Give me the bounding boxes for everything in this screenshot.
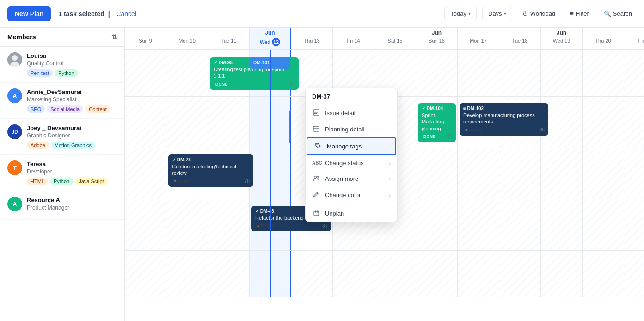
menu-item-change-color[interactable]: Change color › xyxy=(306,187,397,203)
avatar-teresa: T xyxy=(7,160,22,175)
member-name-resource-a: Resource A xyxy=(27,197,117,204)
cal-col-thu13: Thu 13 xyxy=(291,28,333,49)
tag-html[interactable]: HTML xyxy=(27,178,48,185)
main-layout: Members ⇅ Louisa Quality Control Pen tes… xyxy=(0,28,644,321)
cal-cell-louisa-12 xyxy=(624,50,644,96)
menu-item-change-status[interactable]: ABC Change status › xyxy=(306,155,397,171)
cal-cell-ra-11 xyxy=(583,251,624,297)
cal-cell-louisa-8 xyxy=(458,50,499,96)
svg-point-12 xyxy=(314,176,317,179)
cal-day-wed12: Wed 12 xyxy=(250,37,290,49)
member-info-joey: Joey _ Devsamurai Graphic Designer Adobe… xyxy=(27,124,117,149)
calendar[interactable]: Sun 9 Mon 10 Tue 11 Jun Wed 12 Thu 13 xyxy=(125,28,644,321)
tag-motion-graphics[interactable]: Motion Graphics xyxy=(51,142,95,149)
task-selected-info: 1 task selected | Cancel xyxy=(58,10,136,18)
filter-icon: ≡ xyxy=(570,10,574,17)
tag-javascript[interactable]: Java Script xyxy=(75,178,107,185)
tag-pen-test[interactable]: Pen test xyxy=(27,69,53,77)
tag-seo[interactable]: SEO xyxy=(27,105,45,113)
svg-point-1 xyxy=(12,55,18,61)
menu-item-assign-more[interactable]: Assign more › xyxy=(306,171,397,187)
cal-cell-joey-1: ✓ DM-73 Conduct marketing/technical revi… xyxy=(166,148,208,199)
days-button[interactable]: Days ▾ xyxy=(482,7,512,20)
task-count: 1 xyxy=(58,10,62,18)
cal-month-blank10 xyxy=(624,28,644,37)
cal-cell-teresa-7 xyxy=(416,199,458,250)
menu-item-issue-detail[interactable]: Issue detail xyxy=(306,105,397,121)
cal-month-blank4 xyxy=(291,28,332,37)
cal-cell-joey-today xyxy=(250,148,291,199)
cancel-button[interactable]: Cancel xyxy=(116,10,136,18)
cal-month-blank6 xyxy=(374,28,416,37)
tag-content[interactable]: Content xyxy=(85,105,110,113)
menu-item-planning-detail[interactable]: Planning detail xyxy=(306,121,397,137)
menu-label-assign-more: Assign more xyxy=(325,175,358,182)
workload-button[interactable]: ⏱ Workload xyxy=(518,7,560,20)
cal-col-sun16: Jun Sun 16 xyxy=(416,28,458,49)
tag-adobe[interactable]: Adobe xyxy=(27,142,49,149)
cal-cell-ra-10 xyxy=(541,251,583,297)
change-status-arrow: › xyxy=(389,160,391,166)
cal-cell-joey-10 xyxy=(541,148,583,199)
cal-col-thu20: Thu 20 xyxy=(583,28,624,49)
task-hours-dm104: 8h xyxy=(447,134,452,139)
cal-cell-joey-8 xyxy=(458,148,499,199)
task-title-dm73: Conduct marketing/technical review xyxy=(172,163,250,177)
menu-label-change-status: Change status xyxy=(325,160,364,167)
task-id-dm101: DM-101 xyxy=(253,60,287,65)
assign-more-arrow: › xyxy=(389,176,391,182)
change-color-icon xyxy=(312,191,320,199)
filter-members-icon[interactable]: ⇅ xyxy=(111,33,117,41)
cal-cell-ra-6 xyxy=(374,251,416,297)
task-card-dm102[interactable]: ≡ DM-102 Develop manufacturing process r… xyxy=(460,103,548,136)
tag-social-media[interactable]: Social Media xyxy=(47,105,83,113)
cal-cell-ra-today xyxy=(250,251,291,297)
task-footer-dm83: ≡ TO DO 8h xyxy=(255,223,327,228)
task-footer-dm95: DONE 8h xyxy=(214,81,295,87)
cal-cell-teresa-9 xyxy=(499,199,541,250)
svg-rect-14 xyxy=(314,211,319,216)
new-plan-button[interactable]: New Plan xyxy=(7,6,51,21)
menu-item-unplan[interactable]: Unplan xyxy=(306,205,397,222)
cal-day-sun16: Sun 16 xyxy=(416,37,457,46)
cal-col-fri21: Fri 21 xyxy=(624,28,644,49)
cal-day-fri14: Fri 14 xyxy=(333,37,374,46)
task-selected-label: task selected xyxy=(64,10,104,18)
task-card-dm104[interactable]: ✓ DM-104 Sprint Marketing planning DONE … xyxy=(418,103,456,142)
menu-label-manage-tags: Manage tags xyxy=(327,143,362,150)
today-button[interactable]: Today ▾ xyxy=(444,7,477,20)
tag-python-louisa[interactable]: Python xyxy=(55,69,78,77)
member-name-joey: Joey _ Devsamurai xyxy=(27,124,117,131)
cal-day-thu13: Thu 13 xyxy=(291,37,332,46)
days-label: Days xyxy=(488,10,502,17)
planning-detail-icon xyxy=(312,125,320,133)
search-button[interactable]: 🔍 Search xyxy=(599,7,637,20)
cal-cell-joey-11 xyxy=(583,148,624,199)
menu-item-manage-tags[interactable]: Manage tags xyxy=(307,137,396,155)
filter-button[interactable]: ≡ Filter xyxy=(565,7,593,20)
member-name-annie: Annie_DevSamurai xyxy=(27,88,117,95)
tag-python-teresa[interactable]: Python xyxy=(50,178,73,185)
member-role-annie: Marketing Specialist xyxy=(27,96,117,103)
member-role-louisa: Quality Control xyxy=(27,60,117,67)
svg-point-13 xyxy=(317,176,319,178)
task-card-dm101[interactable]: DM-101 xyxy=(250,57,290,69)
task-card-dm73[interactable]: ✓ DM-73 Conduct marketing/technical revi… xyxy=(168,154,253,187)
cal-cell-ra-4 xyxy=(291,251,333,297)
member-tags-joey: Adobe Motion Graphics xyxy=(27,142,117,149)
cal-cell-annie-2 xyxy=(208,97,250,148)
cal-col-tue11: Tue 11 xyxy=(208,28,250,49)
change-status-icon: ABC xyxy=(312,160,320,166)
member-info-teresa: Teresa Developer HTML Python Java Script xyxy=(27,160,117,185)
cal-month-blank2 xyxy=(166,28,208,37)
days-chevron: ▾ xyxy=(504,11,506,16)
cal-day-wed19: Wed 19 xyxy=(541,37,582,46)
cal-month-blank5 xyxy=(333,28,374,37)
task-hours-dm73: 7h xyxy=(245,179,250,184)
cal-day-tue11: Tue 11 xyxy=(208,37,249,46)
assign-more-icon xyxy=(312,175,320,183)
cal-cell-ra-8 xyxy=(458,251,499,297)
task-hours-dm95: 8h xyxy=(290,81,295,86)
context-menu-issue-id: DM-37 xyxy=(312,93,330,100)
task-id-dm102: ≡ DM-102 xyxy=(463,106,545,111)
